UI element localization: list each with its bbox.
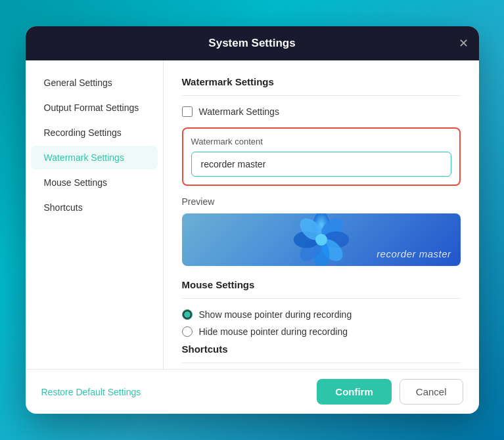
mouse-section-title: Mouse Settings xyxy=(182,279,461,290)
shortcuts-divider xyxy=(182,363,461,363)
watermark-content-label: Watermark content xyxy=(191,137,451,146)
mouse-divider xyxy=(182,298,461,299)
preview-image: recorder master xyxy=(182,213,461,266)
hide-mouse-radio[interactable] xyxy=(182,326,193,337)
svg-point-8 xyxy=(315,234,327,246)
dialog-footer: Restore Default Settings Confirm Cancel xyxy=(26,369,479,414)
sidebar: General Settings Output Format Settings … xyxy=(26,60,164,369)
dialog-title: System Settings xyxy=(208,37,295,50)
restore-default-button[interactable]: Restore Default Settings xyxy=(41,387,141,397)
preview-label: Preview xyxy=(182,196,461,207)
radio-row-hide: Hide mouse pointer during recording xyxy=(182,326,461,337)
sidebar-item-recording[interactable]: Recording Settings xyxy=(31,121,158,144)
shortcuts-title: Shortcuts xyxy=(182,343,461,355)
preview-flower-icon xyxy=(292,213,351,266)
confirm-button[interactable]: Confirm xyxy=(317,379,392,405)
watermark-text-input[interactable] xyxy=(191,152,451,177)
show-mouse-radio[interactable] xyxy=(182,309,193,320)
watermark-checkbox-row: Watermark Settings xyxy=(182,106,461,117)
radio-row-show: Show mouse pointer during recording xyxy=(182,309,461,320)
preview-watermark-text: recorder master xyxy=(377,248,451,259)
cancel-button[interactable]: Cancel xyxy=(400,379,463,405)
dialog-header: System Settings ✕ xyxy=(26,26,479,60)
close-button[interactable]: ✕ xyxy=(459,37,469,49)
watermark-section-title: Watermark Settings xyxy=(182,76,461,87)
hide-mouse-label: Hide mouse pointer during recording xyxy=(199,326,348,337)
dialog-body: General Settings Output Format Settings … xyxy=(26,60,479,369)
watermark-checkbox-label: Watermark Settings xyxy=(199,106,279,117)
main-content: Watermark Settings Watermark Settings Wa… xyxy=(164,60,479,369)
watermark-divider xyxy=(182,95,461,96)
sidebar-item-watermark[interactable]: Watermark Settings xyxy=(31,146,158,169)
system-settings-dialog: System Settings ✕ General Settings Outpu… xyxy=(26,26,479,414)
watermark-checkbox[interactable] xyxy=(182,106,193,117)
sidebar-item-output-format[interactable]: Output Format Settings xyxy=(31,96,158,120)
footer-buttons: Confirm Cancel xyxy=(317,379,463,405)
show-mouse-label: Show mouse pointer during recording xyxy=(199,309,352,320)
sidebar-item-mouse[interactable]: Mouse Settings xyxy=(31,171,158,194)
watermark-content-box: Watermark content xyxy=(182,127,461,186)
sidebar-item-general[interactable]: General Settings xyxy=(31,71,158,95)
sidebar-item-shortcuts[interactable]: Shortcuts xyxy=(31,196,158,219)
